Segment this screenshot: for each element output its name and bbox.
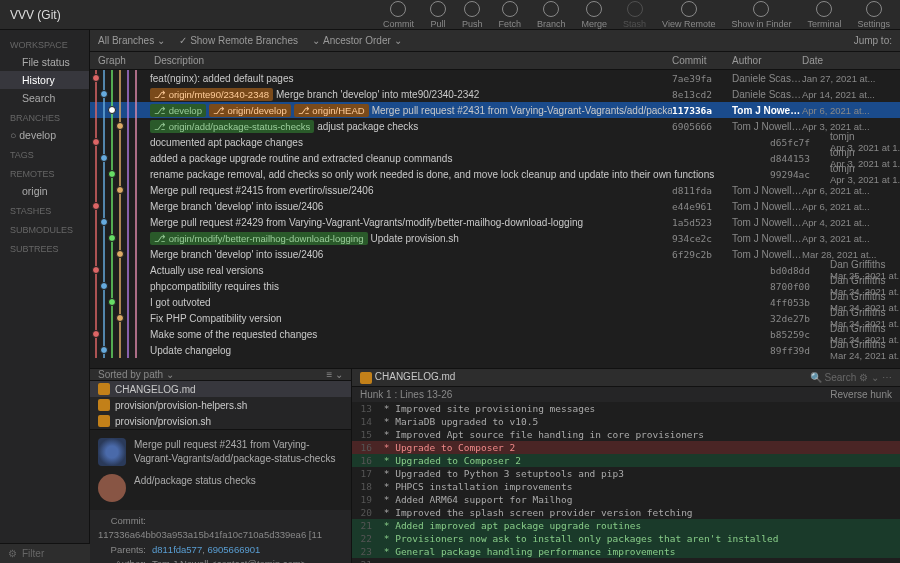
diff-line[interactable]: 21 * Added improved apt package upgrade …: [352, 519, 900, 532]
diff-line[interactable]: 16 * Upgrade to Composer 2: [352, 441, 900, 454]
diff-line[interactable]: 23 * General package handling performanc…: [352, 545, 900, 558]
diff-line[interactable]: 14 * MariaDB upgraded to v10.5: [352, 415, 900, 428]
stash-button[interactable]: Stash: [623, 1, 646, 29]
col-date[interactable]: Date: [802, 55, 900, 66]
col-author[interactable]: Author: [732, 55, 802, 66]
diff-line[interactable]: 16 * Upgraded to Composer 2: [352, 454, 900, 467]
jump-to[interactable]: Jump to:: [854, 35, 892, 46]
commit-row[interactable]: Make some of the requested changes b8525…: [90, 326, 900, 342]
commit-row[interactable]: ⎇ develop⎇ origin/develop⎇ origin/HEADMe…: [90, 102, 900, 118]
diff-body: 13 * Improved site provisioning messages…: [352, 402, 900, 563]
commit-row[interactable]: Merge branch 'develop' into issue/2406 e…: [90, 198, 900, 214]
remote-filter[interactable]: ✓ Show Remote Branches: [179, 35, 298, 46]
col-description[interactable]: Description: [150, 55, 672, 66]
ref-tag[interactable]: ⎇ origin/modify/better-mailhog-download-…: [150, 232, 368, 245]
merge-button[interactable]: Merge: [582, 1, 608, 29]
file-row[interactable]: provision/provision.sh: [90, 413, 351, 429]
options-icon[interactable]: ≡ ⌄: [326, 369, 343, 380]
pull-button[interactable]: Pull: [430, 1, 446, 29]
commit-row[interactable]: Merge branch 'develop' into issue/2406 6…: [90, 246, 900, 262]
diff-line[interactable]: 22 * Provisioners now ask to install onl…: [352, 532, 900, 545]
ref-tag[interactable]: ⎇ origin/add/package-status-checks: [150, 120, 314, 133]
commit-description: Make some of the requested changes: [150, 329, 770, 340]
commit-row[interactable]: ⎇ origin/modify/better-mailhog-download-…: [90, 230, 900, 246]
sidebar-item[interactable]: History: [0, 71, 89, 89]
commit-row[interactable]: phpcompatibility requires this 8700f00 D…: [90, 278, 900, 294]
sidebar-item[interactable]: Search: [0, 89, 89, 107]
commit-row[interactable]: Fix PHP Compatibility version 32de27b Da…: [90, 310, 900, 326]
more-icon[interactable]: ⋯: [882, 372, 892, 383]
sidebar-item[interactable]: File status: [0, 53, 89, 71]
ref-tag[interactable]: ⎇ develop: [150, 104, 206, 117]
order-filter[interactable]: ⌄ Ancestor Order ⌄: [312, 35, 402, 46]
sidebar-section[interactable]: BRANCHES: [0, 107, 89, 126]
reverse-hunk[interactable]: Reverse hunk: [830, 389, 892, 400]
commit-row[interactable]: added a package upgrade routine and extr…: [90, 150, 900, 166]
parent-link[interactable]: 6905666901: [207, 544, 260, 555]
commit-row[interactable]: ⎇ origin/mte90/2340-2348Merge branch 'de…: [90, 86, 900, 102]
branch-filter[interactable]: All Branches ⌄: [98, 35, 165, 46]
sidebar-section[interactable]: STASHES: [0, 200, 89, 219]
svg-point-6: [93, 75, 100, 82]
commit-row[interactable]: Actually use real versions bd0d8dd Dan G…: [90, 262, 900, 278]
diff-line[interactable]: 19 * Added ARM64 support for Mailhog: [352, 493, 900, 506]
settings-button[interactable]: Settings: [857, 1, 890, 29]
parent-link[interactable]: d811fda577: [152, 544, 202, 555]
commit-row[interactable]: documented apt package changes d65fc7f t…: [90, 134, 900, 150]
ref-tag[interactable]: ⎇ origin/develop: [209, 104, 291, 117]
commit-date: Apr 6, 2021 at...: [802, 201, 900, 212]
remote-button[interactable]: View Remote: [662, 1, 715, 29]
diff-line[interactable]: 18 * PHPCS installation improvements: [352, 480, 900, 493]
diff-line[interactable]: 21: [352, 558, 900, 563]
commit-author: Tom J Nowell <...: [732, 217, 802, 228]
push-button[interactable]: Push: [462, 1, 483, 29]
commit-description: ⎇ origin/mte90/2340-2348Merge branch 'de…: [150, 88, 672, 101]
commit-hash: 89ff39d: [770, 345, 830, 356]
diff-line[interactable]: 17 * Upgraded to Python 3 setuptools and…: [352, 467, 900, 480]
commit-row[interactable]: I got outvoted 4ff053b Dan Griffiths Mar…: [90, 294, 900, 310]
graph-cell: [90, 150, 150, 166]
commit-author: Tom J Nowell <...: [732, 121, 802, 132]
commit-row[interactable]: ⎇ origin/add/package-status-checksadjust…: [90, 118, 900, 134]
commit-hash: e44e961: [672, 201, 732, 212]
col-commit[interactable]: Commit: [672, 55, 732, 66]
commit-description: added a package upgrade routine and extr…: [150, 153, 770, 164]
branch-button[interactable]: Branch: [537, 1, 566, 29]
sidebar-section[interactable]: WORKSPACE: [0, 34, 89, 53]
sidebar-item[interactable]: origin: [0, 182, 89, 200]
sidebar-section[interactable]: SUBTREES: [0, 238, 89, 257]
sidebar-section[interactable]: REMOTES: [0, 163, 89, 182]
commit-button[interactable]: Commit: [383, 1, 414, 29]
commit-row[interactable]: rename package removal, add checks so on…: [90, 166, 900, 182]
filter-input[interactable]: ⚙ Filter: [0, 543, 90, 563]
commit-hash: 7ae39fa: [672, 73, 732, 84]
diff-search[interactable]: 🔍Search ⚙ ⌄ ⋯: [810, 372, 892, 383]
file-row[interactable]: CHANGELOG.md: [90, 381, 351, 397]
file-row[interactable]: provision/provision-helpers.sh: [90, 397, 351, 413]
diff-line[interactable]: 20 * Improved the splash screen provider…: [352, 506, 900, 519]
ref-tag[interactable]: ⎇ origin/HEAD: [294, 104, 369, 117]
diff-line[interactable]: 13 * Improved site provisioning messages: [352, 402, 900, 415]
svg-point-90: [93, 267, 100, 274]
sort-bar[interactable]: Sorted by path ⌄ ≡ ⌄: [90, 369, 351, 381]
svg-point-55: [117, 187, 124, 194]
commit-row[interactable]: feat(nginx): added default pages 7ae39fa…: [90, 70, 900, 86]
commit-row[interactable]: Merge pull request #2429 from Varying-Va…: [90, 214, 900, 230]
commit-row[interactable]: Update changelog 89ff39d Dan Griffiths M…: [90, 342, 900, 358]
fetch-button[interactable]: Fetch: [498, 1, 521, 29]
graph-cell: [90, 134, 150, 150]
terminal-button[interactable]: Terminal: [807, 1, 841, 29]
ref-tag[interactable]: ⎇ origin/mte90/2340-2348: [150, 88, 273, 101]
settings-icon[interactable]: ⚙ ⌄: [859, 372, 879, 383]
col-graph[interactable]: Graph: [90, 55, 150, 66]
commit-subtitle-row: Add/package status checks: [90, 474, 351, 510]
finder-button[interactable]: Show in Finder: [731, 1, 791, 29]
commit-row[interactable]: Merge pull request #2415 from evertiro/i…: [90, 182, 900, 198]
commit-description: rename package removal, add checks so on…: [150, 169, 770, 180]
sidebar-section[interactable]: SUBMODULES: [0, 219, 89, 238]
commit-metadata: Commit:117336a64bb03a953a15b41fa10c710a5…: [90, 510, 351, 563]
diff-line[interactable]: 15 * Improved Apt source file handling i…: [352, 428, 900, 441]
sidebar-section[interactable]: TAGS: [0, 144, 89, 163]
sidebar-item[interactable]: develop: [0, 126, 89, 144]
commit-title: Merge pull request #2431 from Varying-Va…: [134, 438, 343, 466]
